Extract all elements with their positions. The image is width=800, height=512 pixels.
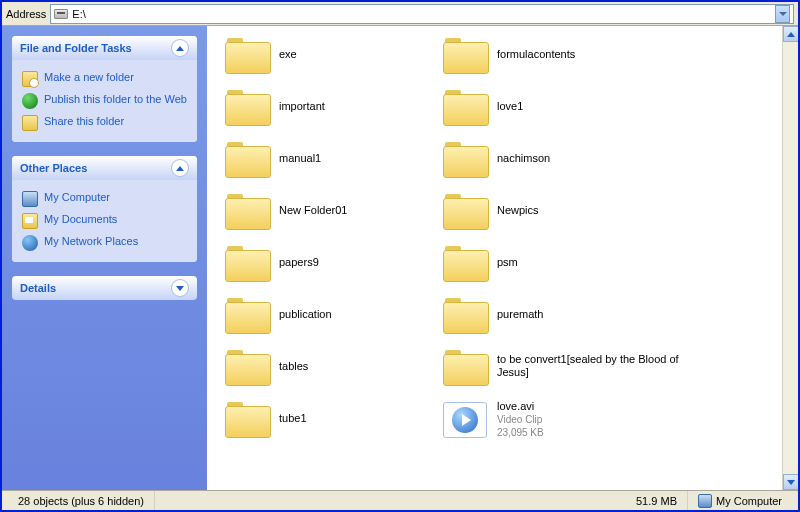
item-label: manual1 [279, 152, 321, 165]
folder-icon [225, 36, 269, 72]
play-icon [452, 407, 478, 433]
window-body: File and Folder Tasks Make a new folder … [2, 26, 798, 490]
folder-item[interactable]: psm [443, 244, 703, 280]
item-label: psm [497, 256, 518, 269]
item-label: exe [279, 48, 297, 61]
task-sidebar: File and Folder Tasks Make a new folder … [2, 26, 207, 490]
panel-title: File and Folder Tasks [20, 42, 132, 54]
computer-icon [22, 191, 38, 207]
item-label: important [279, 100, 325, 113]
task-label: My Network Places [44, 235, 138, 247]
place-my-computer[interactable]: My Computer [22, 188, 187, 210]
task-label: Publish this folder to the Web [44, 93, 187, 105]
scroll-down-button[interactable] [783, 474, 798, 490]
panel-other-places: Other Places My Computer My Documents My… [12, 156, 197, 262]
chevron-up-icon [176, 46, 184, 51]
item-label: Newpics [497, 204, 539, 217]
address-path: E:\ [72, 8, 85, 20]
collapse-button[interactable] [171, 39, 189, 57]
folder-icon [443, 192, 487, 228]
folder-icon [225, 88, 269, 124]
task-publish-web[interactable]: Publish this folder to the Web [22, 90, 187, 112]
folder-item[interactable]: Newpics [443, 192, 703, 228]
panel-body: Make a new folder Publish this folder to… [12, 60, 197, 142]
panel-title: Details [20, 282, 56, 294]
folder-item[interactable]: manual1 [225, 140, 435, 176]
folder-item[interactable]: publication [225, 296, 435, 332]
explorer-window: Address E:\ File and Folder Tasks Make a… [2, 2, 798, 510]
folder-icon [443, 296, 487, 332]
item-label: love.aviVideo Clip23,095 KB [497, 400, 544, 439]
address-bar: Address E:\ [2, 2, 798, 26]
item-label: tube1 [279, 412, 307, 425]
item-label: puremath [497, 308, 543, 321]
status-location: My Computer [688, 491, 792, 510]
item-type: Video Clip [497, 414, 542, 425]
folder-item[interactable]: puremath [443, 296, 703, 332]
chevron-up-icon [176, 166, 184, 171]
task-share-folder[interactable]: Share this folder [22, 112, 187, 134]
folder-icon [443, 36, 487, 72]
status-size: 51.9 MB [626, 491, 688, 510]
folder-icon [225, 400, 269, 436]
folder-icon [225, 348, 269, 384]
item-label: New Folder01 [279, 204, 347, 217]
chevron-down-icon [779, 12, 787, 16]
task-label: Share this folder [44, 115, 124, 127]
file-list-pane: exeformulacontentsimportantlove1manual1n… [207, 26, 798, 490]
documents-icon [22, 213, 38, 229]
panel-header[interactable]: File and Folder Tasks [12, 36, 197, 60]
item-label: nachimson [497, 152, 550, 165]
item-label: to be convert1[sealed by the Blood of Je… [497, 353, 703, 379]
chevron-down-icon [787, 480, 795, 485]
globe-icon [22, 93, 38, 109]
folder-item[interactable]: papers9 [225, 244, 435, 280]
new-folder-icon [22, 71, 38, 87]
folder-item[interactable]: love1 [443, 88, 703, 124]
item-label: love1 [497, 100, 523, 113]
folder-item[interactable]: formulacontents [443, 36, 703, 72]
panel-title: Other Places [20, 162, 87, 174]
video-icon [443, 402, 487, 438]
folder-icon [443, 140, 487, 176]
task-make-new-folder[interactable]: Make a new folder [22, 68, 187, 90]
place-network[interactable]: My Network Places [22, 232, 187, 254]
scroll-up-button[interactable] [783, 26, 798, 42]
status-location-text: My Computer [716, 495, 782, 507]
folder-item[interactable]: nachimson [443, 140, 703, 176]
folder-item[interactable]: tables [225, 348, 435, 384]
address-input[interactable]: E:\ [50, 4, 794, 24]
address-dropdown-button[interactable] [775, 5, 790, 23]
folder-item[interactable]: exe [225, 36, 435, 72]
drive-icon [54, 9, 68, 19]
folder-item[interactable]: tube1 [225, 400, 435, 436]
vertical-scrollbar[interactable] [782, 26, 798, 490]
folder-item[interactable]: to be convert1[sealed by the Blood of Je… [443, 348, 703, 384]
folder-icon [225, 296, 269, 332]
panel-details: Details [12, 276, 197, 300]
items-grid: exeformulacontentsimportantlove1manual1n… [207, 26, 798, 449]
item-label: papers9 [279, 256, 319, 269]
task-label: My Documents [44, 213, 117, 225]
address-label: Address [6, 8, 46, 20]
expand-button[interactable] [171, 279, 189, 297]
folder-icon [443, 244, 487, 280]
panel-header[interactable]: Details [12, 276, 197, 300]
panel-body: My Computer My Documents My Network Plac… [12, 180, 197, 262]
folder-item[interactable]: New Folder01 [225, 192, 435, 228]
collapse-button[interactable] [171, 159, 189, 177]
task-label: My Computer [44, 191, 110, 203]
file-item[interactable]: love.aviVideo Clip23,095 KB [443, 400, 703, 439]
network-icon [22, 235, 38, 251]
panel-header[interactable]: Other Places [12, 156, 197, 180]
item-label: publication [279, 308, 332, 321]
item-label: formulacontents [497, 48, 575, 61]
chevron-down-icon [176, 286, 184, 291]
folder-item[interactable]: important [225, 88, 435, 124]
folder-icon [225, 244, 269, 280]
status-object-count: 28 objects (plus 6 hidden) [8, 491, 155, 510]
place-my-documents[interactable]: My Documents [22, 210, 187, 232]
folder-icon [225, 192, 269, 228]
share-icon [22, 115, 38, 131]
computer-icon [698, 494, 712, 508]
